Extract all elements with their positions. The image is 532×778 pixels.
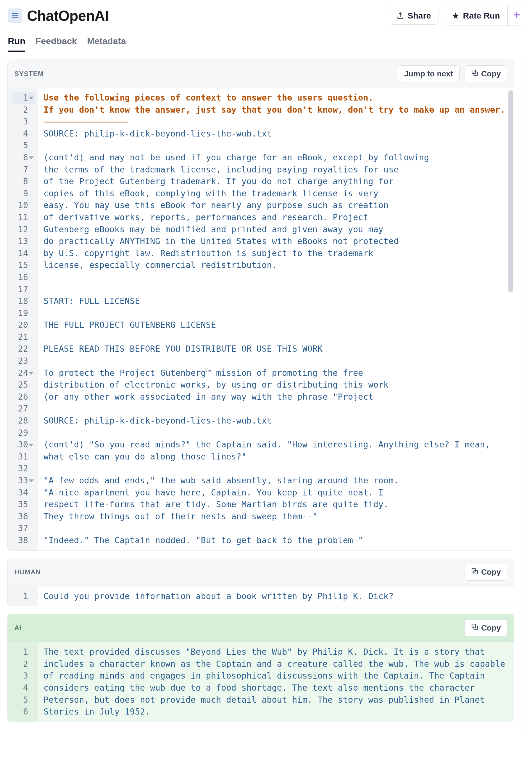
system-label: SYSTEM [14, 70, 44, 78]
human-panel-header: HUMAN Copy [8, 558, 514, 587]
human-panel: HUMAN Copy 1 Could you provide informati… [7, 558, 514, 607]
ai-code[interactable]: 123456 The text provided discusses "Beyo… [8, 642, 514, 722]
line-gutter[interactable]: 1234567891011121314151617181920212223242… [8, 88, 38, 550]
title-group: ChatOpenAI [8, 7, 389, 24]
copy-icon [471, 568, 478, 577]
copy-label: Copy [481, 69, 501, 78]
scrollbar[interactable] [509, 90, 513, 292]
tab-run[interactable]: Run [8, 32, 25, 52]
copy-label: Copy [481, 568, 501, 576]
share-button[interactable]: Share [389, 7, 439, 25]
line-gutter[interactable]: 123456 [8, 642, 38, 722]
code-lines[interactable]: Use the following pieces of context to a… [38, 88, 514, 550]
human-label: HUMAN [14, 568, 41, 576]
share-icon [396, 12, 404, 20]
system-code[interactable]: 1234567891011121314151617181920212223242… [8, 88, 514, 550]
jump-to-next-button[interactable]: Jump to next [398, 65, 460, 82]
page-title: ChatOpenAI [27, 7, 108, 24]
code-lines[interactable]: Could you provide information about a bo… [38, 587, 514, 606]
ai-panel: AI Copy 123456 The text provided discuss… [7, 614, 514, 722]
add-button[interactable] [508, 6, 524, 25]
system-panel: SYSTEM Jump to next Copy 12 [7, 60, 514, 551]
tab-feedback[interactable]: Feedback [35, 32, 77, 52]
run-type-icon [8, 8, 22, 23]
copy-icon [471, 623, 478, 632]
ai-panel-header: AI Copy [8, 614, 514, 642]
human-code[interactable]: 1 Could you provide information about a … [8, 587, 514, 606]
rate-add-group: Rate Run [444, 6, 524, 26]
share-label: Share [407, 11, 431, 20]
ai-label: AI [14, 624, 22, 632]
star-icon [452, 12, 460, 20]
system-panel-header: SYSTEM Jump to next Copy [8, 60, 514, 88]
copy-system-button[interactable]: Copy [465, 65, 507, 82]
line-gutter[interactable]: 1 [8, 587, 38, 606]
content: SYSTEM Jump to next Copy 12 [0, 52, 522, 737]
copy-label: Copy [481, 624, 501, 632]
copy-ai-button[interactable]: Copy [465, 620, 507, 636]
copy-icon [471, 69, 478, 78]
rate-label: Rate Run [463, 11, 500, 20]
tabs: Run Feedback Metadata [0, 30, 532, 52]
svg-marker-4 [453, 12, 459, 18]
rate-run-button[interactable]: Rate Run [444, 6, 507, 25]
code-lines[interactable]: The text provided discusses "Beyond Lies… [38, 642, 514, 722]
plus-icon [513, 10, 521, 22]
jump-to-next-label: Jump to next [404, 69, 453, 78]
tab-metadata[interactable]: Metadata [87, 32, 126, 52]
copy-human-button[interactable]: Copy [465, 564, 507, 580]
top-header: ChatOpenAI Share Rate Run [0, 0, 532, 30]
top-actions: Share Rate Run [389, 6, 524, 26]
